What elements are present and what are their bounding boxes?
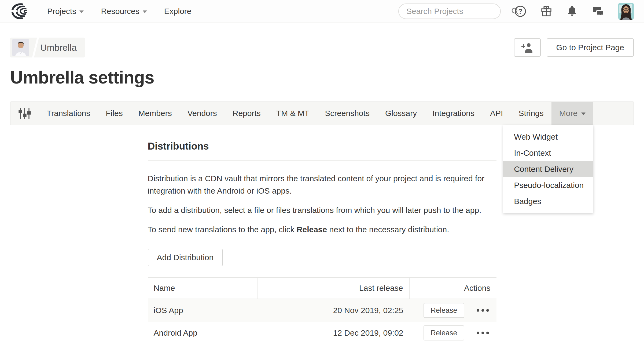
tab-more[interactable]: More Web Widget In-Context Content Deliv… bbox=[551, 102, 593, 125]
tab-glossary[interactable]: Glossary bbox=[377, 102, 425, 125]
user-avatar[interactable] bbox=[618, 3, 634, 20]
tab-files[interactable]: Files bbox=[98, 102, 130, 125]
top-navbar: Projects Resources Explore ? bbox=[0, 0, 644, 23]
main-menu: Projects Resources Explore bbox=[47, 7, 192, 16]
distributions-description-3: To send new translations to the app, cli… bbox=[148, 223, 496, 236]
logo-slit bbox=[11, 10, 17, 12]
settings-tabbar: Translations Files Members Vendors Repor… bbox=[10, 101, 634, 125]
invite-user-button[interactable] bbox=[514, 38, 541, 57]
tab-api[interactable]: API bbox=[482, 102, 511, 125]
menu-item-badges[interactable]: Badges bbox=[503, 193, 593, 209]
column-header-last-release: Last release bbox=[257, 277, 409, 299]
menu-item-pseudo-localization[interactable]: Pseudo-localization bbox=[503, 177, 593, 193]
header-actions: Go to Project Page bbox=[514, 38, 634, 57]
section-heading: Distributions bbox=[148, 141, 496, 161]
release-button[interactable]: Release bbox=[424, 325, 464, 340]
column-header-name: Name bbox=[148, 277, 257, 299]
gift-icon[interactable] bbox=[540, 5, 553, 18]
tab-screenshots[interactable]: Screenshots bbox=[317, 102, 377, 125]
help-icon[interactable]: ? bbox=[514, 5, 527, 17]
menu-projects-label: Projects bbox=[47, 7, 76, 16]
chevron-down-icon bbox=[143, 10, 147, 13]
brand-logo-icon[interactable] bbox=[10, 3, 31, 20]
breadcrumb-separator bbox=[31, 38, 40, 57]
add-user-icon bbox=[520, 42, 534, 53]
last-release-date: 12 Dec 2019, 09:02 bbox=[257, 322, 409, 341]
distributions-description-2: To add a distribution, select a file or … bbox=[148, 204, 496, 216]
messages-chat-icon[interactable] bbox=[591, 5, 605, 17]
menu-item-web-widget[interactable]: Web Widget bbox=[503, 129, 593, 145]
distribution-name: iOS App bbox=[148, 299, 257, 322]
distributions-description-1: Distribution is a CDN vault that mirrors… bbox=[148, 172, 496, 197]
last-release-date: 20 Nov 2019, 02:25 bbox=[257, 299, 409, 322]
search-box[interactable] bbox=[398, 3, 501, 19]
table-row-ios-app: iOS App 20 Nov 2019, 02:25 Release bbox=[148, 299, 496, 322]
menu-item-in-context[interactable]: In-Context bbox=[503, 145, 593, 161]
table-row-android-app: Android App 12 Dec 2019, 09:02 Release bbox=[148, 322, 496, 341]
chevron-down-icon bbox=[581, 113, 586, 115]
breadcrumb[interactable]: Umbrella bbox=[10, 38, 85, 57]
breadcrumb-project-name: Umbrella bbox=[40, 42, 77, 53]
description-3-bold: Release bbox=[297, 225, 327, 234]
svg-text:?: ? bbox=[518, 7, 522, 15]
settings-sliders-icon[interactable] bbox=[10, 102, 39, 125]
chevron-down-icon bbox=[79, 10, 84, 13]
add-distribution-button[interactable]: Add Distribution bbox=[148, 249, 223, 266]
tab-tm-mt[interactable]: TM & MT bbox=[268, 102, 317, 125]
menu-resources[interactable]: Resources bbox=[101, 7, 147, 16]
row-actions-ellipsis-icon[interactable] bbox=[476, 306, 490, 314]
menu-item-content-delivery[interactable]: Content Delivery bbox=[503, 161, 593, 177]
go-to-project-page-button[interactable]: Go to Project Page bbox=[547, 38, 634, 57]
notifications-bell-icon[interactable] bbox=[566, 5, 578, 18]
tab-reports[interactable]: Reports bbox=[225, 102, 268, 125]
menu-resources-label: Resources bbox=[101, 7, 139, 16]
search-input[interactable] bbox=[406, 7, 510, 16]
distributions-section: Distributions Distribution is a CDN vaul… bbox=[148, 141, 496, 341]
row-actions-ellipsis-icon[interactable] bbox=[476, 329, 490, 337]
distribution-name: Android App bbox=[148, 322, 257, 341]
menu-explore[interactable]: Explore bbox=[164, 7, 192, 16]
menu-projects[interactable]: Projects bbox=[47, 7, 84, 16]
description-3-suffix: next to the necessary distribution. bbox=[327, 225, 449, 234]
menu-explore-label: Explore bbox=[164, 7, 192, 16]
tab-members[interactable]: Members bbox=[131, 102, 180, 125]
tab-integrations[interactable]: Integrations bbox=[425, 102, 482, 125]
tab-strings[interactable]: Strings bbox=[511, 102, 551, 125]
tab-translations[interactable]: Translations bbox=[39, 102, 98, 125]
table-header-row: Name Last release Actions bbox=[148, 277, 496, 299]
tab-more-label: More bbox=[559, 109, 577, 118]
more-dropdown-menu: Web Widget In-Context Content Delivery P… bbox=[503, 125, 593, 213]
breadcrumb-row: Umbrella Go to Project Page bbox=[10, 38, 634, 57]
distributions-table: Name Last release Actions iOS App 20 Nov… bbox=[148, 277, 496, 341]
project-owner-avatar bbox=[12, 39, 29, 56]
page-title: Umbrella settings bbox=[10, 67, 634, 88]
description-3-prefix: To send new translations to the app, cli… bbox=[148, 225, 297, 234]
navbar-right: ? bbox=[398, 3, 634, 20]
release-button[interactable]: Release bbox=[424, 303, 464, 318]
column-header-actions: Actions bbox=[409, 277, 496, 299]
tab-vendors[interactable]: Vendors bbox=[180, 102, 225, 125]
